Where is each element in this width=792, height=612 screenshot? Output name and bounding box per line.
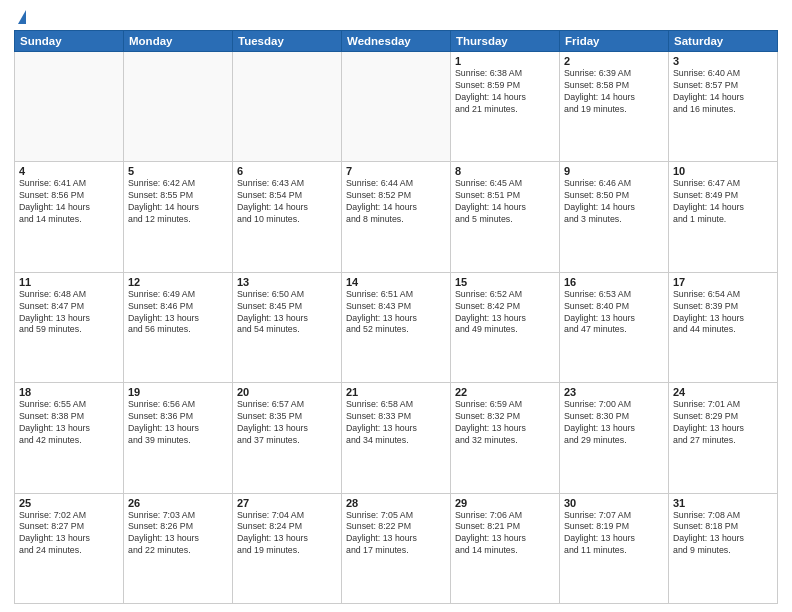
calendar-cell: 13Sunrise: 6:50 AM Sunset: 8:45 PM Dayli… — [233, 272, 342, 382]
calendar-cell — [124, 52, 233, 162]
calendar-cell — [342, 52, 451, 162]
day-number: 22 — [455, 386, 555, 398]
calendar-cell: 2Sunrise: 6:39 AM Sunset: 8:58 PM Daylig… — [560, 52, 669, 162]
calendar-cell: 24Sunrise: 7:01 AM Sunset: 8:29 PM Dayli… — [669, 383, 778, 493]
calendar-cell: 15Sunrise: 6:52 AM Sunset: 8:42 PM Dayli… — [451, 272, 560, 382]
logo-triangle-icon — [18, 10, 26, 24]
week-row-3: 18Sunrise: 6:55 AM Sunset: 8:38 PM Dayli… — [15, 383, 778, 493]
day-info: Sunrise: 6:44 AM Sunset: 8:52 PM Dayligh… — [346, 178, 446, 226]
day-info: Sunrise: 7:02 AM Sunset: 8:27 PM Dayligh… — [19, 510, 119, 558]
day-info: Sunrise: 6:53 AM Sunset: 8:40 PM Dayligh… — [564, 289, 664, 337]
day-number: 10 — [673, 165, 773, 177]
week-row-1: 4Sunrise: 6:41 AM Sunset: 8:56 PM Daylig… — [15, 162, 778, 272]
calendar-cell: 29Sunrise: 7:06 AM Sunset: 8:21 PM Dayli… — [451, 493, 560, 603]
calendar-cell: 7Sunrise: 6:44 AM Sunset: 8:52 PM Daylig… — [342, 162, 451, 272]
day-number: 24 — [673, 386, 773, 398]
calendar-cell: 20Sunrise: 6:57 AM Sunset: 8:35 PM Dayli… — [233, 383, 342, 493]
day-info: Sunrise: 6:45 AM Sunset: 8:51 PM Dayligh… — [455, 178, 555, 226]
col-header-saturday: Saturday — [669, 31, 778, 52]
calendar-cell: 27Sunrise: 7:04 AM Sunset: 8:24 PM Dayli… — [233, 493, 342, 603]
day-info: Sunrise: 6:51 AM Sunset: 8:43 PM Dayligh… — [346, 289, 446, 337]
day-info: Sunrise: 6:57 AM Sunset: 8:35 PM Dayligh… — [237, 399, 337, 447]
day-info: Sunrise: 6:59 AM Sunset: 8:32 PM Dayligh… — [455, 399, 555, 447]
day-number: 13 — [237, 276, 337, 288]
day-number: 7 — [346, 165, 446, 177]
calendar-cell: 21Sunrise: 6:58 AM Sunset: 8:33 PM Dayli… — [342, 383, 451, 493]
week-row-0: 1Sunrise: 6:38 AM Sunset: 8:59 PM Daylig… — [15, 52, 778, 162]
day-number: 31 — [673, 497, 773, 509]
calendar-cell: 8Sunrise: 6:45 AM Sunset: 8:51 PM Daylig… — [451, 162, 560, 272]
day-number: 8 — [455, 165, 555, 177]
day-info: Sunrise: 7:03 AM Sunset: 8:26 PM Dayligh… — [128, 510, 228, 558]
calendar-cell: 25Sunrise: 7:02 AM Sunset: 8:27 PM Dayli… — [15, 493, 124, 603]
day-info: Sunrise: 7:08 AM Sunset: 8:18 PM Dayligh… — [673, 510, 773, 558]
day-number: 16 — [564, 276, 664, 288]
day-number: 30 — [564, 497, 664, 509]
calendar-cell: 10Sunrise: 6:47 AM Sunset: 8:49 PM Dayli… — [669, 162, 778, 272]
calendar-cell — [233, 52, 342, 162]
day-info: Sunrise: 7:07 AM Sunset: 8:19 PM Dayligh… — [564, 510, 664, 558]
day-info: Sunrise: 6:42 AM Sunset: 8:55 PM Dayligh… — [128, 178, 228, 226]
calendar-cell: 4Sunrise: 6:41 AM Sunset: 8:56 PM Daylig… — [15, 162, 124, 272]
day-info: Sunrise: 6:46 AM Sunset: 8:50 PM Dayligh… — [564, 178, 664, 226]
calendar-cell — [15, 52, 124, 162]
day-number: 23 — [564, 386, 664, 398]
calendar-cell: 18Sunrise: 6:55 AM Sunset: 8:38 PM Dayli… — [15, 383, 124, 493]
day-number: 9 — [564, 165, 664, 177]
day-info: Sunrise: 7:00 AM Sunset: 8:30 PM Dayligh… — [564, 399, 664, 447]
day-number: 27 — [237, 497, 337, 509]
col-header-friday: Friday — [560, 31, 669, 52]
calendar-cell: 6Sunrise: 6:43 AM Sunset: 8:54 PM Daylig… — [233, 162, 342, 272]
calendar-cell: 3Sunrise: 6:40 AM Sunset: 8:57 PM Daylig… — [669, 52, 778, 162]
day-info: Sunrise: 6:56 AM Sunset: 8:36 PM Dayligh… — [128, 399, 228, 447]
calendar-cell: 9Sunrise: 6:46 AM Sunset: 8:50 PM Daylig… — [560, 162, 669, 272]
calendar-cell: 23Sunrise: 7:00 AM Sunset: 8:30 PM Dayli… — [560, 383, 669, 493]
calendar-cell: 16Sunrise: 6:53 AM Sunset: 8:40 PM Dayli… — [560, 272, 669, 382]
calendar-cell: 31Sunrise: 7:08 AM Sunset: 8:18 PM Dayli… — [669, 493, 778, 603]
calendar-cell: 17Sunrise: 6:54 AM Sunset: 8:39 PM Dayli… — [669, 272, 778, 382]
day-info: Sunrise: 7:04 AM Sunset: 8:24 PM Dayligh… — [237, 510, 337, 558]
day-number: 2 — [564, 55, 664, 67]
day-number: 3 — [673, 55, 773, 67]
calendar-cell: 5Sunrise: 6:42 AM Sunset: 8:55 PM Daylig… — [124, 162, 233, 272]
day-info: Sunrise: 6:48 AM Sunset: 8:47 PM Dayligh… — [19, 289, 119, 337]
calendar-cell: 1Sunrise: 6:38 AM Sunset: 8:59 PM Daylig… — [451, 52, 560, 162]
col-header-monday: Monday — [124, 31, 233, 52]
logo-text — [14, 10, 26, 24]
day-number: 17 — [673, 276, 773, 288]
day-info: Sunrise: 6:41 AM Sunset: 8:56 PM Dayligh… — [19, 178, 119, 226]
calendar-table: SundayMondayTuesdayWednesdayThursdayFrid… — [14, 30, 778, 604]
calendar-cell: 19Sunrise: 6:56 AM Sunset: 8:36 PM Dayli… — [124, 383, 233, 493]
day-number: 20 — [237, 386, 337, 398]
day-info: Sunrise: 6:50 AM Sunset: 8:45 PM Dayligh… — [237, 289, 337, 337]
col-header-thursday: Thursday — [451, 31, 560, 52]
day-info: Sunrise: 6:49 AM Sunset: 8:46 PM Dayligh… — [128, 289, 228, 337]
calendar-cell: 12Sunrise: 6:49 AM Sunset: 8:46 PM Dayli… — [124, 272, 233, 382]
col-header-tuesday: Tuesday — [233, 31, 342, 52]
day-number: 14 — [346, 276, 446, 288]
day-info: Sunrise: 6:55 AM Sunset: 8:38 PM Dayligh… — [19, 399, 119, 447]
day-number: 19 — [128, 386, 228, 398]
day-info: Sunrise: 6:40 AM Sunset: 8:57 PM Dayligh… — [673, 68, 773, 116]
calendar-cell: 14Sunrise: 6:51 AM Sunset: 8:43 PM Dayli… — [342, 272, 451, 382]
day-number: 28 — [346, 497, 446, 509]
day-info: Sunrise: 7:05 AM Sunset: 8:22 PM Dayligh… — [346, 510, 446, 558]
day-number: 6 — [237, 165, 337, 177]
day-number: 1 — [455, 55, 555, 67]
calendar-cell: 30Sunrise: 7:07 AM Sunset: 8:19 PM Dayli… — [560, 493, 669, 603]
day-info: Sunrise: 6:54 AM Sunset: 8:39 PM Dayligh… — [673, 289, 773, 337]
week-row-4: 25Sunrise: 7:02 AM Sunset: 8:27 PM Dayli… — [15, 493, 778, 603]
day-info: Sunrise: 6:58 AM Sunset: 8:33 PM Dayligh… — [346, 399, 446, 447]
calendar-cell: 22Sunrise: 6:59 AM Sunset: 8:32 PM Dayli… — [451, 383, 560, 493]
logo-area — [14, 10, 26, 24]
calendar-header-row: SundayMondayTuesdayWednesdayThursdayFrid… — [15, 31, 778, 52]
day-number: 5 — [128, 165, 228, 177]
calendar-cell: 11Sunrise: 6:48 AM Sunset: 8:47 PM Dayli… — [15, 272, 124, 382]
week-row-2: 11Sunrise: 6:48 AM Sunset: 8:47 PM Dayli… — [15, 272, 778, 382]
day-number: 15 — [455, 276, 555, 288]
calendar-cell: 28Sunrise: 7:05 AM Sunset: 8:22 PM Dayli… — [342, 493, 451, 603]
day-number: 29 — [455, 497, 555, 509]
day-number: 21 — [346, 386, 446, 398]
day-number: 12 — [128, 276, 228, 288]
page: SundayMondayTuesdayWednesdayThursdayFrid… — [0, 0, 792, 612]
